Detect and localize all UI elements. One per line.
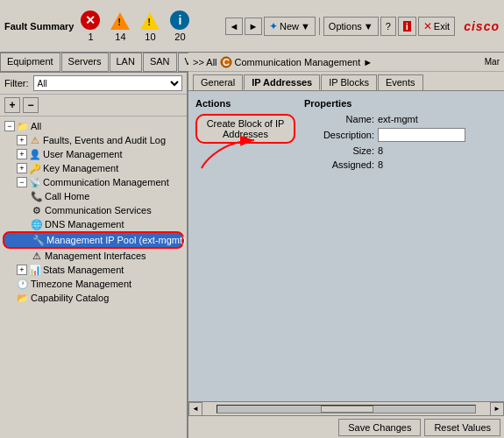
actions-panel: Actions Create Block of IP Addresses (195, 98, 295, 394)
properties-title: Properties (304, 98, 497, 109)
nav-fwd-btn[interactable]: ► (245, 18, 262, 35)
tree-item-all[interactable]: − 📁 All (3, 119, 184, 133)
assigned-label: Assigned: (304, 159, 374, 170)
tab-general[interactable]: General (193, 74, 243, 90)
exit-button[interactable]: ✕ Exit (418, 17, 455, 36)
reset-values-btn[interactable]: Reset Values (424, 419, 500, 436)
expand-user-icon[interactable]: + (17, 149, 27, 159)
save-changes-btn[interactable]: Save Changes (338, 419, 421, 436)
fault-major[interactable]: ! 14 (110, 11, 130, 42)
tree-label-timezone-mgmt: Timezone Management (31, 279, 131, 289)
nav-back-btn[interactable]: ◄ (225, 18, 243, 35)
tree-label-comm-services: Communication Services (45, 205, 152, 215)
fault-summary-bar: Fault Summary ✕ 1 ! 14 ! 10 i 20 (0, 0, 504, 53)
tab-servers[interactable]: Servers (61, 53, 109, 72)
expand-all-icon[interactable]: − (4, 121, 15, 131)
tab-ip-blocks-label: IP Blocks (329, 77, 369, 88)
breadcrumb-icon: C (220, 55, 232, 67)
breadcrumb-root: >> All (193, 57, 217, 67)
tree-item-stats-mgmt[interactable]: + 📊 Stats Management (3, 263, 184, 277)
collapse-all-btn[interactable]: − (23, 97, 39, 113)
tree-label-mgmt-interfaces: Management Interfaces (45, 251, 146, 261)
tab-general-label: General (201, 77, 235, 88)
filter-select[interactable]: All (33, 75, 183, 91)
tree-item-mgmt-ip-pool[interactable]: 🔧 Management IP Pool (ext-mgmt) (3, 231, 184, 249)
left-panel: Equipment Servers LAN SAN VM Admin Filte… (0, 53, 188, 438)
prop-row-description: Description: (304, 128, 497, 142)
main-container: Equipment Servers LAN SAN VM Admin Filte… (0, 53, 504, 438)
new-button[interactable]: ✦ New ▼ (264, 17, 316, 36)
fault-critical[interactable]: ✕ 1 (81, 11, 100, 42)
dns-mgmt-icon: 🌐 (31, 218, 43, 230)
expand-stats-icon[interactable]: + (17, 265, 27, 275)
content-tabs: General IP Addresses IP Blocks Events (188, 72, 504, 91)
description-label: Description: (304, 130, 374, 140)
fault-summary-title: Fault Summary (4, 21, 74, 32)
help-button[interactable]: ? (380, 17, 396, 36)
tab-san[interactable]: SAN (143, 53, 177, 72)
fault-info[interactable]: i 20 (170, 11, 189, 42)
tree-item-timezone-mgmt[interactable]: 🕐 Timezone Management (3, 277, 184, 291)
capability-catalog-icon: 📂 (17, 292, 29, 304)
mgmt-interfaces-icon: ⚠ (31, 250, 43, 262)
info-icon: i (170, 11, 189, 30)
expand-comm-icon[interactable]: − (17, 177, 27, 187)
create-block-ip-btn[interactable]: Create Block of IP Addresses (195, 114, 295, 144)
scroll-thumb[interactable] (321, 406, 373, 413)
actions-title: Actions (195, 98, 295, 109)
stats-mgmt-icon: 📊 (29, 264, 41, 276)
comm-services-icon: ⚙ (31, 204, 43, 216)
fault-minor[interactable]: ! 10 (140, 11, 160, 42)
exit-label: Exit (434, 21, 450, 32)
tree: − 📁 All + ⚠ Faults, Events and Audit Log… (0, 117, 187, 438)
size-value: 8 (378, 145, 383, 156)
call-home-icon: 📞 (31, 190, 43, 202)
tab-lan[interactable]: LAN (110, 53, 142, 72)
tree-item-call-home[interactable]: 📞 Call Home (3, 189, 184, 203)
tree-item-key-mgmt[interactable]: + 🔑 Key Management (3, 161, 184, 175)
timezone-mgmt-icon: 🕐 (17, 278, 29, 290)
tree-item-user-mgmt[interactable]: + 👤 User Management (3, 147, 184, 161)
nav-fwd-icon: ► (248, 21, 258, 32)
scroll-right-btn[interactable]: ► (490, 402, 504, 416)
major-icon: ! (110, 11, 130, 30)
comm-mgmt-icon: 📡 (29, 176, 41, 188)
bottom-buttons: Save Changes Reset Values (188, 415, 504, 438)
key-mgmt-icon: 🔑 (29, 162, 41, 174)
tab-ip-addresses[interactable]: IP Addresses (244, 74, 320, 90)
minor-count: 10 (145, 32, 155, 42)
tree-item-capability-catalog[interactable]: 📂 Capability Catalog (3, 291, 184, 305)
tab-events[interactable]: Events (378, 74, 423, 90)
tree-item-comm-mgmt[interactable]: − 📡 Communication Management (3, 175, 184, 189)
tree-item-dns-mgmt[interactable]: 🌐 DNS Management (3, 217, 184, 231)
breadcrumb-current: Communication Management (235, 57, 361, 67)
options-label: Options (329, 21, 362, 32)
filter-bar: Filter: All (0, 73, 187, 95)
expand-faults-icon[interactable]: + (17, 135, 27, 145)
options-button[interactable]: Options ▼ (323, 17, 379, 36)
expand-all-btn[interactable]: + (4, 97, 20, 113)
tree-label-faults: Faults, Events and Audit Log (43, 135, 166, 145)
tab-equipment[interactable]: Equipment (0, 53, 60, 72)
expand-key-icon[interactable]: + (17, 163, 27, 173)
prop-row-size: Size: 8 (304, 145, 497, 156)
tree-label-stats-mgmt: Stats Management (43, 265, 124, 275)
prop-row-name: Name: ext-mgmt (304, 114, 497, 124)
tree-item-comm-services[interactable]: ⚙ Communication Services (3, 203, 184, 217)
faults-icon: ⚠ (29, 134, 41, 146)
action-btn-container: Create Block of IP Addresses (195, 114, 295, 144)
mgmt-ip-pool-icon: 🔧 (32, 234, 45, 246)
critical-icon: ✕ (81, 11, 100, 30)
tree-item-faults[interactable]: + ⚠ Faults, Events and Audit Log (3, 133, 184, 147)
cisco-logo: cisco (464, 19, 500, 33)
description-input[interactable] (378, 128, 465, 142)
prop-row-assigned: Assigned: 8 (304, 159, 497, 170)
scroll-left-btn[interactable]: ◄ (188, 402, 202, 416)
tree-item-mgmt-interfaces[interactable]: ⚠ Management Interfaces (3, 249, 184, 263)
tab-ip-blocks[interactable]: IP Blocks (321, 74, 377, 90)
scroll-track (217, 405, 476, 413)
info-btn[interactable]: i (398, 17, 416, 36)
new-icon: ✦ (269, 20, 278, 32)
toolbar-sep1 (319, 18, 320, 35)
user-mgmt-icon: 👤 (29, 148, 41, 160)
